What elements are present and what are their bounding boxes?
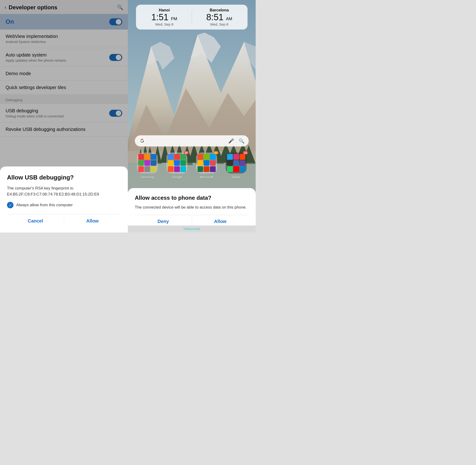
clock-city-hanoi-name: Hanoi: [142, 8, 187, 12]
usb-debug-modal-title: Allow USB debugging?: [7, 174, 121, 181]
phone-data-modal-overlay: Allow access to phone data? The connecte…: [128, 153, 256, 232]
always-allow-row[interactable]: ✓ Always allow from this computer: [7, 202, 121, 208]
clock-time-hanoi-value: 1:51: [151, 12, 168, 22]
mic-icon[interactable]: 🎤: [228, 138, 234, 144]
clock-ampm-hanoi: PM: [171, 17, 177, 21]
usb-debug-modal-body: The computer's RSA key fingerprint is: E…: [7, 185, 121, 197]
usb-debug-modal-overlay: Allow USB debugging? The computer's RSA …: [0, 0, 128, 232]
right-panel: Hanoi 1:51 PM Wed, Sep 8 Barcelona 8:51 …: [128, 0, 256, 232]
usb-debug-modal-buttons: Cancel Allow: [7, 214, 121, 228]
lens-icon[interactable]: 🔍: [239, 138, 245, 144]
clock-city-barcelona: Barcelona 8:51 AM Wed, Sep 8: [197, 8, 242, 26]
phone-data-modal-title: Allow access to phone data?: [135, 195, 249, 201]
clock-time-barcelona: 8:51 AM: [197, 12, 242, 22]
google-search-bar[interactable]: 🎤 🔍: [135, 135, 249, 147]
clock-widget: Hanoi 1:51 PM Wed, Sep 8 Barcelona 8:51 …: [136, 5, 248, 30]
clock-city-barcelona-name: Barcelona: [197, 8, 242, 12]
clock-date-hanoi: Wed, Sep 8: [142, 22, 187, 26]
usb-debug-allow-button[interactable]: Allow: [64, 214, 121, 228]
clock-city-hanoi: Hanoi 1:51 PM Wed, Sep 8: [142, 8, 187, 26]
clock-time-hanoi: 1:51 PM: [142, 12, 187, 22]
always-allow-label: Always allow from this computer: [16, 203, 73, 207]
usb-debug-cancel-button[interactable]: Cancel: [7, 214, 64, 228]
bottom-watermark-bar: TRPNGLOGGER: [128, 225, 256, 232]
phone-data-modal-body: The connected device will be able to acc…: [135, 204, 249, 211]
watermark-text: TRPNGLOGGER: [183, 228, 200, 231]
clock-ampm-barcelona: AM: [226, 17, 232, 21]
clock-time-barcelona-value: 8:51: [206, 12, 223, 22]
clock-date-barcelona: Wed, Sep 8: [197, 22, 242, 26]
always-allow-checkbox[interactable]: ✓: [7, 202, 13, 208]
left-panel: ‹ Developer options 🔍 On WebView impleme…: [0, 0, 128, 232]
google-g-icon: [139, 138, 145, 144]
usb-debug-modal: Allow USB debugging? The computer's RSA …: [0, 167, 128, 232]
